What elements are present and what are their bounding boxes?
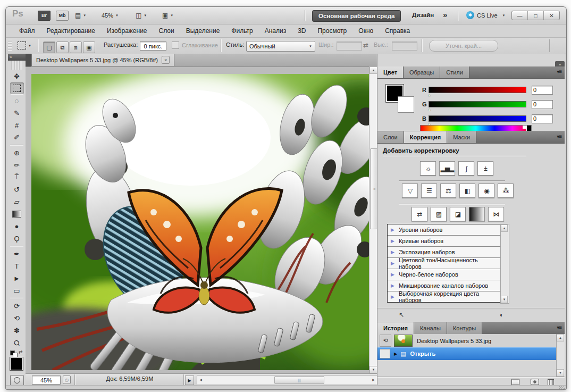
crop-tool[interactable]: # — [10, 119, 24, 131]
history-brush-source-icon[interactable]: ⟲ — [380, 335, 391, 347]
scroll-down-icon[interactable]: ▼ — [501, 296, 508, 303]
expand-triangle-icon[interactable]: ▶ — [391, 261, 394, 266]
brightness-contrast-icon[interactable]: ☼ — [420, 161, 436, 176]
red-slider[interactable]: ▲ — [429, 87, 526, 93]
exposure-icon[interactable]: ± — [477, 161, 493, 176]
background-color-swatch[interactable] — [398, 96, 414, 113]
workspace-button-primary[interactable]: Основная рабочая среда — [312, 10, 401, 22]
scroll-up-icon[interactable]: ▲ — [501, 224, 508, 232]
expand-triangle-icon[interactable]: ▶ — [391, 249, 394, 255]
create-snapshot-icon[interactable] — [531, 379, 539, 385]
preset-curves[interactable]: ▶Кривые наборов — [388, 236, 500, 247]
tab-adjustments[interactable]: Коррекция — [404, 131, 447, 143]
vibrance-icon[interactable]: ▽ — [402, 184, 418, 198]
panel-menu-icon[interactable]: ▾≡ — [557, 134, 561, 139]
blur-tool[interactable]: ● — [10, 220, 24, 232]
vertical-scrollbar[interactable]: ▲ ≡ ▼ — [369, 66, 377, 373]
zoom-tool[interactable]: Ϙ — [10, 337, 24, 348]
timing-icon[interactable]: ◷ — [63, 376, 71, 384]
slider-thumb-icon[interactable]: ▲ — [427, 107, 431, 111]
slider-thumb-icon[interactable]: ▲ — [427, 93, 431, 97]
lasso-tool[interactable]: ◌ — [10, 95, 24, 106]
canvas-image[interactable] — [31, 74, 370, 370]
snapshot-thumbnail[interactable] — [394, 335, 413, 347]
menu-view[interactable]: Просмотр — [312, 26, 352, 36]
expand-triangle-icon[interactable]: ▶ — [391, 238, 394, 244]
history-snapshot-row[interactable]: ⟲ Desktop Wallpapers 5 33.jpg — [377, 334, 556, 347]
preset-exposure[interactable]: ▶Экспозиция наборов — [388, 247, 500, 258]
3d-orbit-tool[interactable]: ⟲ — [10, 312, 24, 324]
color-balance-icon[interactable]: ⚖ — [440, 184, 456, 198]
tab-history[interactable]: История — [377, 322, 414, 334]
scroll-right-icon[interactable]: ▶ — [370, 376, 377, 383]
refine-edge-button[interactable]: Уточн. край... — [429, 40, 498, 52]
expand-panel-icon[interactable]: ↖ — [399, 311, 404, 319]
eyedropper-tool[interactable]: ✐ — [10, 131, 24, 143]
feather-input[interactable] — [140, 41, 166, 51]
threshold-icon[interactable]: ◪ — [450, 207, 466, 221]
scroll-down-icon[interactable]: ▼ — [370, 366, 377, 373]
menu-file[interactable]: Файл — [13, 26, 41, 36]
photo-filter-icon[interactable]: ◉ — [478, 184, 494, 198]
3d-rotate-tool[interactable]: ⟳ — [10, 300, 24, 312]
menu-window[interactable]: Окно — [352, 26, 379, 36]
history-scrollbar[interactable]: ▲ ▼ — [556, 334, 565, 377]
dodge-tool[interactable]: Ϙ — [10, 232, 24, 244]
tab-channels[interactable]: Каналы — [414, 322, 447, 334]
scroll-up-icon[interactable]: ▲ — [370, 66, 377, 74]
expand-triangle-icon[interactable]: ▶ — [391, 227, 394, 232]
history-state-row-selected[interactable]: ▶ ▤ Открыть — [377, 347, 556, 360]
hue-saturation-icon[interactable]: ☰ — [421, 184, 437, 198]
add-selection-button[interactable]: ⧉ — [56, 41, 69, 53]
document-tab[interactable]: Desktop Wallpapers 5 33.jpg @ 45% (RGB/8… — [31, 54, 174, 66]
posterize-icon[interactable]: ▨ — [431, 207, 447, 221]
tab-paths[interactable]: Контуры — [447, 322, 482, 334]
hand-tool[interactable]: ✽ — [10, 324, 24, 336]
status-options-button[interactable]: ▶ — [185, 376, 194, 385]
rectangular-marquee-tool[interactable] — [10, 82, 24, 94]
shape-tool[interactable]: ▭ — [10, 285, 24, 296]
screen-mode-dropdown[interactable]: ▣▼ — [162, 11, 173, 20]
history-source-checkbox[interactable] — [380, 349, 390, 358]
preset-black-white[interactable]: ▶Черно-белое наборов — [388, 269, 500, 280]
channel-mixer-icon[interactable]: ⁂ — [498, 184, 514, 198]
scroll-left-icon[interactable]: ◀ — [197, 376, 204, 383]
horizontal-scrollbar[interactable]: ◀ ||| ▶ — [197, 375, 377, 385]
preset-channel-mixer[interactable]: ▶Микширование каналов наборов — [388, 280, 500, 291]
antialias-checkbox[interactable] — [172, 41, 179, 49]
clip-to-layer-icon[interactable]: ◐ — [500, 311, 503, 319]
scroll-up-icon[interactable]: ▲ — [557, 334, 564, 341]
subtract-selection-button[interactable]: ⧈ — [70, 41, 82, 53]
new-document-from-state-icon[interactable] — [511, 379, 519, 385]
preset-levels[interactable]: ▶Уровни наборов — [388, 224, 500, 236]
path-selection-tool[interactable]: ► — [10, 272, 24, 284]
blue-value-input[interactable] — [532, 114, 553, 123]
tab-layers[interactable]: Слои — [377, 131, 404, 143]
quick-mask-button[interactable] — [10, 375, 24, 386]
red-value-input[interactable] — [532, 86, 553, 95]
tab-styles[interactable]: Стили — [440, 66, 469, 78]
tool-preset-picker[interactable]: ▼ — [18, 41, 31, 49]
expand-triangle-icon[interactable]: ▶ — [391, 272, 394, 277]
status-zoom-input[interactable] — [32, 376, 61, 385]
close-button[interactable]: ✕ — [544, 11, 559, 20]
blue-slider[interactable]: ▲ — [429, 115, 526, 122]
presets-scrollbar[interactable]: ▲ ▼ — [500, 224, 509, 304]
restore-button[interactable]: □ — [528, 11, 544, 20]
invert-icon[interactable]: ⇄ — [412, 207, 427, 221]
selective-color-icon[interactable]: ⋈ — [488, 207, 504, 221]
tools-collapse-button[interactable]: » — [8, 54, 26, 61]
view-extras-dropdown[interactable]: ▤▼ — [75, 11, 86, 20]
swap-dimensions-icon[interactable]: ⇄ — [363, 41, 368, 49]
green-slider[interactable]: ▲ — [429, 101, 526, 107]
pen-tool[interactable]: ✒ — [10, 248, 24, 260]
menu-image[interactable]: Изображение — [101, 26, 153, 36]
height-input[interactable] — [392, 41, 417, 51]
workspace-overflow-button[interactable]: » — [443, 10, 446, 19]
horizontal-scroll-thumb[interactable]: ||| — [274, 376, 324, 384]
preset-hue-saturation[interactable]: ▶Цветовой тон/Насыщенность наборов — [388, 258, 500, 269]
minimize-button[interactable]: — — [512, 11, 528, 20]
tools-drag-grip[interactable] — [11, 61, 22, 70]
spot-healing-brush-tool[interactable]: ⊕ — [10, 147, 24, 159]
new-selection-button[interactable]: ▢ — [43, 41, 55, 53]
